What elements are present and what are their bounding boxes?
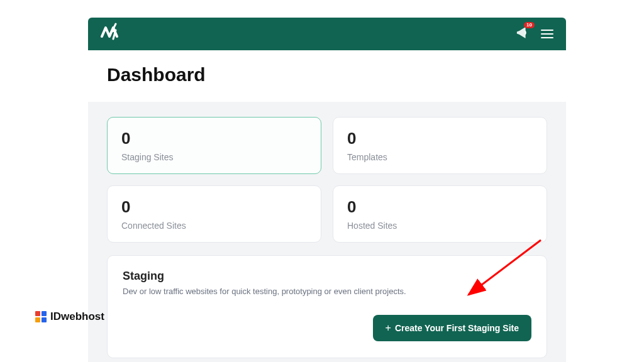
stat-label: Templates bbox=[347, 152, 533, 162]
app-window: 10 Dashboard 0 Staging Sites 0 Templates… bbox=[88, 18, 566, 362]
create-staging-button[interactable]: + Create Your First Staging Site bbox=[373, 315, 531, 341]
app-header: 10 bbox=[88, 18, 566, 50]
stat-value: 0 bbox=[347, 197, 533, 217]
staging-description: Dev or low traffic websites for quick te… bbox=[123, 287, 531, 296]
stat-card-hosted[interactable]: 0 Hosted Sites bbox=[333, 185, 547, 243]
watermark: IDwebhost bbox=[35, 310, 104, 323]
stat-value: 0 bbox=[121, 197, 307, 217]
create-button-label: Create Your First Staging Site bbox=[395, 323, 519, 333]
stat-label: Connected Sites bbox=[121, 221, 307, 231]
notifications-button[interactable]: 10 bbox=[516, 26, 530, 42]
watermark-logo-icon bbox=[35, 311, 47, 322]
stat-value: 0 bbox=[121, 129, 307, 148]
staging-title: Staging bbox=[123, 270, 531, 283]
notification-badge: 10 bbox=[524, 22, 535, 28]
stat-card-templates[interactable]: 0 Templates bbox=[333, 117, 547, 174]
stat-label: Hosted Sites bbox=[347, 221, 533, 231]
watermark-label: IDwebhost bbox=[50, 310, 104, 323]
stat-value: 0 bbox=[347, 129, 533, 148]
page-title: Dashboard bbox=[107, 64, 547, 85]
stat-label: Staging Sites bbox=[121, 152, 307, 162]
staging-panel: Staging Dev or low traffic websites for … bbox=[107, 255, 547, 358]
hamburger-icon bbox=[541, 30, 553, 31]
stat-card-connected[interactable]: 0 Connected Sites bbox=[107, 185, 321, 243]
stats-grid: 0 Staging Sites 0 Templates 0 Connected … bbox=[107, 117, 547, 243]
title-bar: Dashboard bbox=[88, 50, 566, 102]
dashboard-content: 0 Staging Sites 0 Templates 0 Connected … bbox=[88, 102, 566, 362]
staging-cta-row: + Create Your First Staging Site bbox=[123, 315, 531, 341]
app-logo bbox=[101, 23, 123, 46]
header-actions: 10 bbox=[516, 26, 553, 42]
menu-button[interactable] bbox=[541, 30, 553, 38]
stat-card-staging[interactable]: 0 Staging Sites bbox=[107, 117, 321, 174]
plus-icon: + bbox=[386, 322, 391, 334]
